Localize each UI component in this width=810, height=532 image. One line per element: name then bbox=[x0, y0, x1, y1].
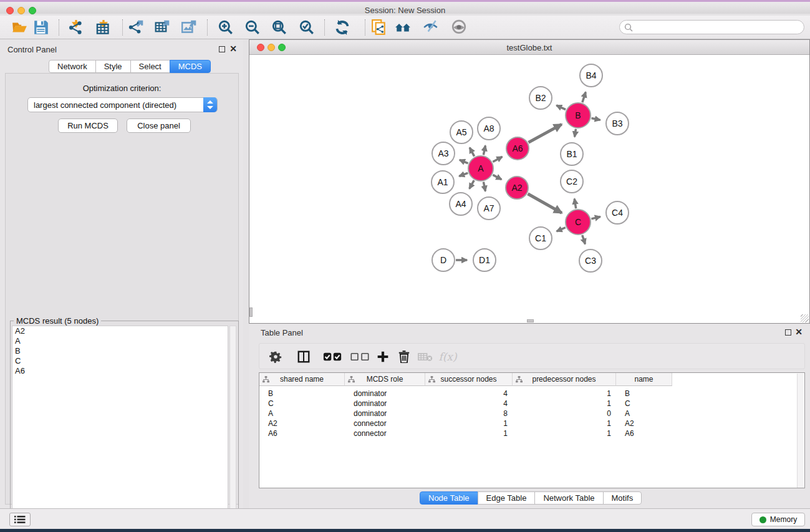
node-A8[interactable]: A8 bbox=[477, 117, 501, 140]
cell-A6-shared-name[interactable]: A6 bbox=[259, 428, 345, 438]
memory-button[interactable]: Memory bbox=[751, 513, 805, 526]
resize-grip[interactable] bbox=[801, 314, 809, 322]
edge-A-A6[interactable] bbox=[493, 157, 502, 162]
hide-selected-icon[interactable] bbox=[422, 19, 440, 36]
criterion-dropdown[interactable]: largest connected component (directed) bbox=[27, 97, 218, 112]
cell-A2-shared-name[interactable]: A2 bbox=[259, 418, 345, 428]
node-B1[interactable]: B1 bbox=[560, 142, 584, 166]
node-C4[interactable]: C4 bbox=[605, 201, 629, 225]
cell-B-predecessor-nodes[interactable]: 1 bbox=[513, 389, 616, 399]
deselect-all-icon[interactable] bbox=[349, 347, 370, 366]
edge-A-A1[interactable] bbox=[459, 173, 468, 176]
zoom-out-icon[interactable] bbox=[244, 19, 261, 36]
cell-C-MCDS-role[interactable]: dominator bbox=[345, 399, 425, 409]
close-panel-button[interactable]: Close panel bbox=[127, 118, 191, 133]
edge-B-B3[interactable] bbox=[592, 118, 600, 120]
edge-A-A3[interactable] bbox=[460, 160, 468, 163]
cell-C-predecessor-nodes[interactable]: 1 bbox=[513, 399, 616, 409]
column-header-MCDS-role[interactable]: MCDS role bbox=[345, 373, 425, 386]
node-A2[interactable]: A2 bbox=[505, 176, 529, 200]
network-canvas[interactable]: AA1A2A3A4A5A6A7A8BB1B2B3B4CC1C2C3C4DD1 bbox=[249, 55, 809, 323]
cell-A-shared-name[interactable]: A bbox=[259, 409, 345, 418]
show-columns-icon[interactable] bbox=[296, 347, 312, 366]
node-A4[interactable]: A4 bbox=[449, 192, 473, 216]
node-A3[interactable]: A3 bbox=[432, 142, 455, 165]
cell-B-successor-nodes[interactable]: 4 bbox=[425, 389, 513, 399]
close-panel-icon[interactable]: ✕ bbox=[229, 46, 237, 52]
edge-C-C4[interactable] bbox=[591, 216, 600, 218]
cell-A-name[interactable]: A bbox=[616, 409, 672, 418]
cell-A2-name[interactable]: A2 bbox=[616, 418, 672, 428]
add-icon[interactable] bbox=[375, 347, 390, 366]
table-scrollbar[interactable] bbox=[797, 374, 804, 488]
tab-mcds[interactable]: MCDS bbox=[170, 60, 211, 73]
node-A1[interactable]: A1 bbox=[431, 170, 455, 194]
edge-C-C1[interactable] bbox=[557, 228, 566, 231]
column-header-predecessor-nodes[interactable]: predecessor nodes bbox=[513, 373, 616, 386]
edge-A-A2[interactable] bbox=[493, 175, 501, 179]
export-network-icon[interactable] bbox=[128, 19, 145, 36]
cell-A6-MCDS-role[interactable]: connector bbox=[345, 428, 425, 438]
network-hscroll-thumb[interactable] bbox=[527, 319, 534, 322]
node-C1[interactable]: C1 bbox=[529, 226, 552, 250]
refresh-icon[interactable] bbox=[334, 19, 351, 36]
first-neighbors-icon[interactable] bbox=[394, 19, 412, 36]
node-D1[interactable]: D1 bbox=[473, 248, 496, 272]
open-file-icon[interactable] bbox=[11, 19, 29, 36]
save-session-icon[interactable] bbox=[32, 19, 50, 36]
export-image-icon[interactable] bbox=[181, 19, 198, 36]
copy-network-icon[interactable] bbox=[370, 19, 388, 36]
zoom-selected-icon[interactable] bbox=[298, 19, 316, 36]
result-item[interactable]: A6 bbox=[12, 366, 228, 376]
tab-style[interactable]: Style bbox=[95, 60, 131, 73]
import-table-icon[interactable] bbox=[95, 19, 112, 36]
cell-A6-name[interactable]: A6 bbox=[616, 428, 672, 438]
cell-A-predecessor-nodes[interactable]: 0 bbox=[513, 409, 616, 418]
column-header-successor-nodes[interactable]: successor nodes bbox=[425, 373, 513, 386]
cell-C-shared-name[interactable]: C bbox=[259, 399, 345, 409]
delete-icon[interactable] bbox=[397, 347, 412, 366]
column-header-name[interactable]: name bbox=[616, 373, 672, 386]
tab-network-table[interactable]: Network Table bbox=[534, 491, 603, 505]
float-table-panel-icon[interactable] bbox=[785, 329, 791, 336]
float-panel-icon[interactable] bbox=[219, 46, 225, 52]
edge-A-A5[interactable] bbox=[470, 148, 474, 157]
edge-B-B2[interactable] bbox=[556, 105, 566, 110]
result-item[interactable]: A2 bbox=[12, 326, 228, 336]
tab-edge-table[interactable]: Edge Table bbox=[478, 491, 536, 505]
table-settings-icon[interactable] bbox=[268, 347, 283, 366]
edge-B-B4[interactable] bbox=[582, 92, 586, 102]
node-C2[interactable]: C2 bbox=[560, 170, 584, 193]
node-A5[interactable]: A5 bbox=[450, 120, 473, 144]
edge-A6-B[interactable] bbox=[529, 124, 562, 142]
cell-A2-successor-nodes[interactable]: 1 bbox=[425, 418, 513, 428]
edge-C-C2[interactable] bbox=[574, 199, 576, 209]
result-item[interactable]: A bbox=[12, 336, 228, 346]
cell-A2-predecessor-nodes[interactable]: 1 bbox=[513, 418, 616, 428]
node-B2[interactable]: B2 bbox=[529, 86, 552, 110]
tab-select[interactable]: Select bbox=[130, 60, 170, 73]
node-B4[interactable]: B4 bbox=[579, 64, 603, 87]
network-vscroll-thumb[interactable] bbox=[249, 307, 253, 317]
panel-list-button[interactable] bbox=[9, 513, 31, 526]
tab-network[interactable]: Network bbox=[49, 60, 96, 73]
cell-A2-MCDS-role[interactable]: connector bbox=[345, 418, 425, 428]
close-table-panel-icon[interactable]: ✕ bbox=[795, 329, 803, 335]
node-C[interactable]: C bbox=[565, 209, 591, 235]
cell-B-shared-name[interactable]: B bbox=[259, 389, 345, 399]
edge-A-A8[interactable] bbox=[483, 145, 485, 155]
cell-A6-successor-nodes[interactable]: 1 bbox=[425, 428, 513, 438]
import-network-icon[interactable] bbox=[67, 19, 85, 36]
node-B[interactable]: B bbox=[565, 102, 591, 128]
node-A7[interactable]: A7 bbox=[477, 196, 501, 220]
node-B3[interactable]: B3 bbox=[605, 112, 629, 135]
show-all-icon[interactable] bbox=[450, 19, 468, 36]
cell-A-successor-nodes[interactable]: 8 bbox=[425, 409, 513, 418]
edge-A-A7[interactable] bbox=[483, 182, 485, 191]
cell-B-MCDS-role[interactable]: dominator bbox=[345, 389, 425, 399]
cell-A6-predecessor-nodes[interactable]: 1 bbox=[513, 428, 616, 438]
result-scrollbar[interactable] bbox=[229, 326, 236, 531]
result-item[interactable]: B bbox=[12, 346, 228, 356]
zoom-fit-icon[interactable] bbox=[271, 19, 288, 36]
cell-B-name[interactable]: B bbox=[616, 389, 672, 399]
